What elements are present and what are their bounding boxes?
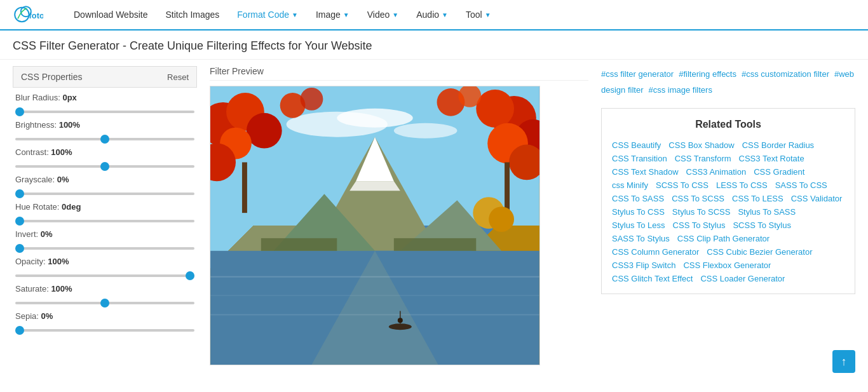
svg-rect-24: [242, 162, 247, 213]
tool-link[interactable]: SCSS To CSS: [656, 180, 709, 190]
tool-link[interactable]: CSS3 Animation: [686, 167, 747, 177]
tool-link[interactable]: CSS Gradient: [754, 167, 804, 177]
svg-point-32: [301, 88, 323, 111]
slider-group-5: Invert: 0%: [13, 229, 197, 252]
center-panel: Filter Preview: [210, 66, 588, 365]
tag-link[interactable]: #css customization filter: [742, 69, 829, 79]
slider-group-2: Contrast: 100%: [13, 147, 197, 170]
svg-text:fotool: fotool: [29, 11, 43, 20]
slider-input-2[interactable]: [15, 165, 194, 168]
tool-link[interactable]: CSS To Stylus: [673, 220, 726, 230]
nav-tool[interactable]: Tool ▼: [457, 6, 500, 24]
slider-input-5[interactable]: [15, 247, 194, 250]
fuji-svg: [210, 86, 539, 365]
slider-input-7[interactable]: [15, 302, 194, 304]
tool-link[interactable]: Stylus To SCSS: [672, 207, 731, 217]
svg-point-39: [398, 318, 403, 323]
left-panel: CSS Properties Reset Blur Radius: 0pxBri…: [13, 66, 197, 365]
tool-link[interactable]: CSS To SASS: [612, 194, 664, 203]
tool-link[interactable]: CSS To SCSS: [672, 194, 724, 203]
main-nav: Download Website Stitch Images Format Co…: [65, 6, 500, 24]
filter-preview-label: Filter Preview: [210, 66, 588, 81]
tool-link[interactable]: Stylus To CSS: [612, 207, 665, 217]
slider-label-1: Brightness: 100%: [15, 120, 194, 130]
svg-rect-16: [210, 314, 539, 315]
tag-link[interactable]: #css image filters: [648, 85, 712, 95]
tool-link[interactable]: CSS Glitch Text Effect: [612, 274, 693, 283]
tool-link[interactable]: Stylus To Less: [612, 220, 665, 230]
nav-stitch-images[interactable]: Stitch Images: [156, 6, 228, 24]
slider-input-4[interactable]: [15, 220, 194, 222]
tag-link[interactable]: #filtering effects: [679, 69, 736, 79]
slider-input-8[interactable]: [15, 329, 194, 332]
tool-link[interactable]: css Minify: [612, 180, 648, 190]
slider-label-5: Invert: 0%: [15, 229, 194, 239]
slider-label-4: Hue Rotate: 0deg: [15, 202, 194, 212]
format-code-arrow: ▼: [292, 11, 298, 18]
slider-group-7: Saturate: 100%: [13, 284, 197, 306]
slider-label-3: Grayscale: 0%: [15, 175, 194, 184]
tool-link[interactable]: CSS Column Generator: [612, 247, 699, 257]
video-arrow: ▼: [392, 11, 398, 18]
tool-link[interactable]: CSS3 Text Rotate: [739, 154, 804, 163]
preview-image: [210, 86, 540, 365]
tool-link[interactable]: CSS Text Shadow: [612, 167, 679, 177]
tool-link[interactable]: CSS Border Radius: [742, 140, 814, 150]
nav-video[interactable]: Video ▼: [358, 6, 407, 24]
slider-input-0[interactable]: [15, 111, 194, 113]
tool-link[interactable]: CSS Beautify: [612, 140, 661, 150]
slider-group-8: Sepia: 0%: [13, 311, 197, 334]
slider-group-1: Brightness: 100%: [13, 120, 197, 142]
slider-label-8: Sepia: 0%: [15, 311, 194, 321]
tool-arrow: ▼: [485, 11, 491, 18]
tags-container: #css filter generator#filtering effects#…: [601, 69, 854, 95]
nav-audio[interactable]: Audio ▼: [407, 6, 457, 24]
right-panel: #css filter generator#filtering effects#…: [601, 66, 855, 365]
slider-group-6: Opacity: 100%: [13, 257, 197, 279]
tool-link[interactable]: CSS Transform: [675, 154, 731, 163]
related-tools-box: Related Tools CSS BeautifyCSS Box Shadow…: [601, 108, 855, 294]
tool-link[interactable]: CSS Transition: [612, 154, 667, 163]
sliders-container: Blur Radius: 0pxBrightness: 100%Contrast…: [13, 93, 197, 334]
tool-link[interactable]: SASS To CSS: [775, 180, 827, 190]
nav-image[interactable]: Image ▼: [307, 6, 358, 24]
tags-section: #css filter generator#filtering effects#…: [601, 66, 855, 98]
svg-point-26: [476, 90, 514, 128]
related-tools-grid: CSS BeautifyCSS Box ShadowCSS Border Rad…: [612, 140, 844, 283]
tool-link[interactable]: SASS To Stylus: [612, 234, 670, 243]
svg-rect-30: [505, 162, 510, 213]
tool-link[interactable]: CSS Validator: [791, 194, 843, 203]
tool-link[interactable]: CSS Flexbox Generator: [683, 260, 771, 270]
svg-marker-9: [349, 181, 400, 191]
css-properties-title: CSS Properties: [21, 72, 82, 82]
nav-format-code[interactable]: Format Code ▼: [228, 6, 307, 24]
tag-link[interactable]: #css filter generator: [601, 69, 674, 79]
tool-link[interactable]: CSS To LESS: [732, 194, 783, 203]
svg-rect-15: [210, 295, 539, 296]
tool-link[interactable]: CSS Box Shadow: [668, 140, 734, 150]
slider-input-3[interactable]: [15, 193, 194, 195]
nav-download-website[interactable]: Download Website: [65, 6, 156, 24]
arrow-up-icon: ↑: [841, 355, 847, 368]
tool-link[interactable]: CSS Clip Path Generator: [677, 234, 770, 243]
scroll-to-top-button[interactable]: ↑: [832, 350, 855, 372]
slider-group-4: Hue Rotate: 0deg: [13, 202, 197, 224]
tool-link[interactable]: CSS Loader Generator: [700, 274, 785, 283]
slider-input-1[interactable]: [15, 138, 194, 140]
tool-link[interactable]: Stylus To SASS: [738, 207, 796, 217]
panel-header: CSS Properties Reset: [13, 66, 197, 88]
svg-point-37: [389, 323, 412, 330]
slider-input-6[interactable]: [15, 274, 194, 277]
related-tools-title: Related Tools: [612, 119, 844, 130]
tool-link[interactable]: CSS Cubic Bezier Generator: [707, 247, 812, 257]
tool-link[interactable]: CSS3 Flip Switch: [612, 260, 675, 270]
tool-link[interactable]: SCSS To Stylus: [733, 220, 791, 230]
svg-point-6: [394, 123, 458, 139]
logo[interactable]: fotool: [13, 3, 46, 26]
slider-group-0: Blur Radius: 0px: [13, 93, 197, 115]
slider-label-0: Blur Radius: 0px: [15, 93, 194, 102]
reset-button[interactable]: Reset: [167, 72, 189, 82]
tool-link[interactable]: LESS To CSS: [716, 180, 768, 190]
svg-point-36: [489, 206, 514, 232]
preview-image-container: [210, 86, 540, 365]
